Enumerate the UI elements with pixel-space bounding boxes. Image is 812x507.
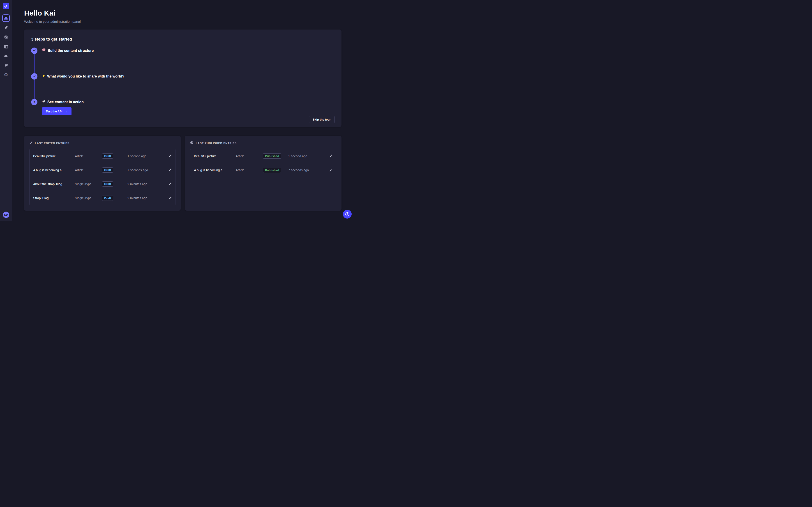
entry-type: Article — [236, 168, 263, 172]
table-row: About the strapi blog Single-Type Draft … — [30, 177, 175, 191]
page-header: Hello Kai Welcome to your administration… — [24, 0, 342, 23]
status-badge: Draft — [102, 195, 113, 201]
table-row: A bug is becoming a… Article Draft 7 sec… — [30, 163, 175, 177]
sidebar-item-media-library[interactable] — [2, 33, 10, 41]
edit-entry-button[interactable] — [168, 168, 172, 172]
page-title: Hello Kai — [24, 9, 342, 17]
step-2-label[interactable]: What would you like to share with the wo… — [42, 73, 124, 79]
sidebar-item-content-type-builder[interactable] — [2, 43, 10, 50]
cloud-icon — [4, 54, 8, 58]
lightning-emoji — [42, 73, 45, 79]
edit-entry-button[interactable] — [168, 196, 172, 200]
entry-type: Article — [236, 154, 263, 158]
question-mark-icon: ? — [345, 212, 349, 216]
table-row: A bug is becoming a… Article Published 7… — [190, 163, 336, 177]
edit-entry-button[interactable] — [329, 154, 333, 158]
entry-title: About the strapi blog — [33, 182, 75, 186]
entry-title: A bug is becoming a… — [194, 168, 236, 172]
last-published-card: LAST PUBLISHED ENTRIES Beautiful picture… — [185, 136, 342, 211]
pencil-icon — [29, 141, 33, 145]
entry-time: 1 second ago — [128, 154, 166, 158]
help-button[interactable]: ? — [343, 210, 352, 219]
brain-emoji — [42, 48, 46, 54]
last-published-table: Beautiful picture Article Published 1 se… — [190, 149, 336, 177]
sidebar-item-home[interactable] — [2, 14, 10, 22]
edit-entry-button[interactable] — [168, 182, 172, 186]
skip-tour-button[interactable]: Skip the tour — [309, 116, 335, 123]
entry-time: 2 minutes ago — [128, 196, 166, 200]
user-avatar[interactable]: KD — [3, 212, 9, 218]
tour-step-3: 3 See content in action Test the API → — [31, 99, 335, 115]
entry-type: Article — [75, 154, 102, 158]
entry-title: Beautiful picture — [33, 154, 75, 158]
entry-time: 7 seconds ago — [128, 168, 166, 172]
main-content: Hello Kai Welcome to your administration… — [12, 0, 354, 221]
last-published-title: LAST PUBLISHED ENTRIES — [196, 142, 237, 145]
step-connector — [34, 54, 35, 73]
sidebar-item-content-manager[interactable] — [2, 24, 10, 31]
step-3-number-circle: 3 — [31, 99, 38, 105]
step-1-done-circle — [31, 48, 38, 54]
entry-title: Strapi Blog — [33, 196, 75, 200]
step-connector — [34, 79, 35, 99]
table-row: Strapi Blog Single-Type Draft 2 minutes … — [30, 191, 175, 205]
arrow-right-icon: → — [64, 110, 68, 113]
sidebar-footer: KD — [0, 209, 12, 221]
status-badge: Published — [263, 154, 281, 159]
entry-time: 7 seconds ago — [288, 168, 327, 172]
gear-icon: ⚙ — [4, 72, 8, 77]
check-icon — [33, 49, 36, 53]
entry-title: A bug is becoming a… — [33, 168, 75, 172]
rocket-emoji — [42, 99, 46, 105]
entry-type: Single-Type — [75, 196, 102, 200]
check-icon — [33, 74, 36, 78]
entry-type: Single-Type — [75, 182, 102, 186]
guided-tour-card: 3 steps to get started Build the content… — [24, 30, 342, 127]
last-edited-title: LAST EDITED ENTRIES — [35, 142, 69, 145]
step-2-done-circle — [31, 73, 38, 79]
sidebar-item-deploy[interactable] — [2, 52, 10, 60]
cart-icon — [4, 64, 8, 68]
entry-time: 2 minutes ago — [128, 182, 166, 186]
last-edited-card: LAST EDITED ENTRIES Beautiful picture Ar… — [24, 136, 181, 211]
step-3-label[interactable]: See content in action — [42, 99, 84, 105]
sidebar: ⚙ KD — [0, 0, 12, 221]
entries-cards-row: LAST EDITED ENTRIES Beautiful picture Ar… — [24, 136, 342, 211]
entry-time: 1 second ago — [288, 154, 327, 158]
page-subtitle: Welcome to your administration panel — [24, 19, 342, 23]
strapi-logo-icon — [3, 3, 9, 9]
media-library-icon — [4, 35, 8, 39]
sidebar-nav: ⚙ — [2, 14, 10, 79]
table-row: Beautiful picture Article Draft 1 second… — [30, 149, 175, 163]
tour-step-2: What would you like to share with the wo… — [31, 73, 335, 79]
table-row: Beautiful picture Article Published 1 se… — [190, 149, 336, 163]
guided-tour-title: 3 steps to get started — [31, 37, 335, 42]
sidebar-item-marketplace[interactable] — [2, 62, 10, 69]
test-api-button[interactable]: Test the API → — [42, 107, 71, 115]
status-badge: Published — [263, 168, 281, 173]
last-edited-table: Beautiful picture Article Draft 1 second… — [29, 149, 175, 205]
tour-step-1: Build the content structure — [31, 48, 335, 54]
sidebar-footer-divider — [0, 209, 12, 209]
home-icon — [4, 16, 8, 20]
status-badge: Draft — [102, 167, 113, 173]
check-circle-icon — [190, 141, 194, 145]
edit-entry-button[interactable] — [329, 169, 333, 172]
step-1-label[interactable]: Build the content structure — [42, 48, 94, 54]
entry-type: Article — [75, 168, 102, 172]
entry-title: Beautiful picture — [194, 154, 236, 158]
edit-entry-button[interactable] — [168, 154, 172, 158]
status-badge: Draft — [102, 154, 113, 159]
sidebar-item-settings[interactable]: ⚙ — [2, 71, 10, 79]
strapi-logo-button[interactable] — [0, 0, 12, 12]
layout-icon — [4, 45, 8, 49]
feather-icon — [4, 26, 8, 30]
status-badge: Draft — [102, 181, 113, 186]
